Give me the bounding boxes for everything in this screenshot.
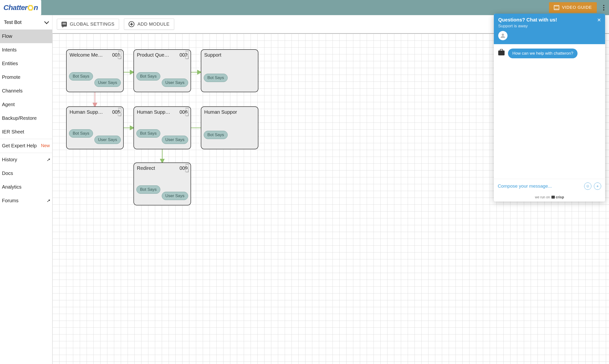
sidebar-item-intents[interactable]: Intents [0,43,52,57]
node-redirect[interactable]: Redirect 009 Bot Says User Says [133,162,191,205]
external-link-icon: ↗ [47,157,50,162]
plus-circle-icon [129,21,134,27]
chat-footer: we run on crisp [494,193,605,202]
chat-subtitle: Support is away [498,24,601,28]
app-header: Chattern VIDEO GUIDE [0,0,609,15]
external-link-icon: ↗ [47,198,50,203]
copy-icon[interactable] [186,56,189,59]
logo-text-1: Chatter [3,3,27,12]
bot-says-pill[interactable]: Bot Says [204,74,228,82]
node-support[interactable]: Support Bot Says [201,49,258,92]
chat-icon [62,22,67,26]
trash-icon[interactable] [186,109,189,112]
chevron-down-icon [44,19,49,24]
bot-says-pill[interactable]: Bot Says [136,72,160,80]
sidebar-item-entities[interactable]: Entities [0,57,52,70]
node-title: Product Quest ... [137,52,171,58]
copy-icon[interactable] [186,113,189,116]
sidebar-item-backup-restore[interactable]: Backup/Restore [0,112,52,125]
bot-says-pill[interactable]: Bot Says [69,129,93,138]
svg-point-6 [502,34,504,36]
add-module-button[interactable]: ADD MODULE [124,19,174,30]
node-welcome-message[interactable]: Welcome Message 001 Bot Says User Says [66,49,124,92]
logo-text-2: n [34,3,38,12]
trash-icon[interactable] [186,52,189,55]
trash-icon[interactable] [118,52,121,55]
sidebar-item-expert-help[interactable]: Get Expert Help New [0,139,52,153]
bot-selector[interactable]: Test Bot [0,15,52,29]
global-settings-button[interactable]: GLOBAL SETTINGS [57,19,119,29]
node-title: Human Suppor [204,109,237,115]
bot-says-pill[interactable]: Bot Says [69,72,93,80]
sidebar-item-channels[interactable]: Channels [0,84,52,98]
video-guide-button[interactable]: VIDEO GUIDE [549,2,597,13]
chat-message-input[interactable] [498,183,582,189]
avatar [498,31,507,40]
sidebar-item-ier-sheet[interactable]: IER Sheet [0,125,52,139]
sidebar-item-promote[interactable]: Promote [0,70,52,84]
close-icon[interactable]: ✕ [597,17,601,23]
chat-header: Questions? Chat with us! Support is away… [494,14,605,44]
logo-hex-icon [27,5,34,11]
crisp-badge[interactable]: crisp [551,195,564,199]
node-product-quest[interactable]: Product Quest ... 002 Bot Says User Says [133,49,191,92]
chat-body: How can we help with chatteron? [494,44,605,179]
copy-icon[interactable] [118,56,121,59]
user-says-pill[interactable]: User Says [94,78,121,87]
sidebar-item-history[interactable]: History ↗ [0,153,52,167]
chat-bot-message: How can we help with chatteron? [508,49,578,58]
sidebar-item-agent[interactable]: Agent [0,98,52,112]
sidebar-item-flow[interactable]: Flow [0,29,52,43]
attach-button[interactable]: ＋ [594,182,601,190]
user-says-pill[interactable]: User Says [162,192,188,200]
chat-title: Questions? Chat with us! [498,17,601,23]
copy-icon[interactable] [186,169,189,172]
sidebar: Test Bot Flow Intents Entities Promote C… [0,15,52,364]
new-badge: New [41,143,50,148]
bot-says-pill[interactable]: Bot Says [136,185,160,194]
bot-says-pill[interactable]: Bot Says [204,131,228,139]
node-human-support-2[interactable]: Human Support 2 006 Bot Says User Says [133,106,191,149]
sidebar-item-docs[interactable]: Docs [0,167,52,180]
node-human-support-3[interactable]: Human Suppor Bot Says [201,106,258,149]
chat-input-row: ☺ ＋ [494,179,605,193]
node-title: Support [204,52,221,58]
briefcase-icon [498,51,505,55]
bot-says-pill[interactable]: Bot Says [136,129,160,138]
sidebar-item-analytics[interactable]: Analytics [0,180,52,194]
node-human-support[interactable]: Human Support 005 Bot Says User Says [66,106,124,149]
trash-icon[interactable] [118,109,121,112]
node-title: Redirect [137,165,155,171]
node-title: Human Support 2 [137,109,171,115]
video-guide-label: VIDEO GUIDE [562,5,592,10]
logo: Chattern [0,0,41,15]
node-title: Human Support [70,109,104,115]
sidebar-item-forums[interactable]: Forums ↗ [0,194,52,208]
node-title: Welcome Message [70,52,104,58]
user-says-pill[interactable]: User Says [162,136,188,144]
bot-name: Test Bot [4,20,22,25]
user-says-pill[interactable]: User Says [94,136,121,144]
copy-icon[interactable] [118,113,121,116]
film-icon [554,5,559,10]
user-says-pill[interactable]: User Says [162,78,188,87]
kebab-menu-button[interactable] [601,5,606,11]
support-chat-widget: Questions? Chat with us! Support is away… [494,14,605,202]
emoji-button[interactable]: ☺ [584,182,591,190]
trash-icon[interactable] [186,165,189,168]
